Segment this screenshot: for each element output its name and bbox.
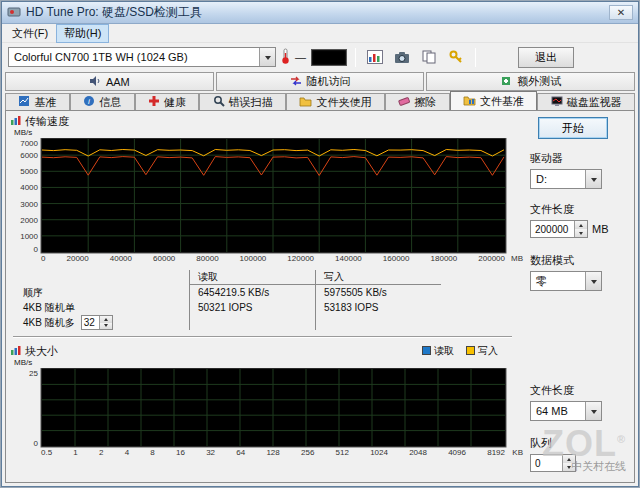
- read-column-header: 读取: [189, 270, 315, 285]
- stepper-arrows-icon[interactable]: [99, 316, 112, 329]
- random-multi-read-value: [189, 315, 315, 330]
- tab-label: 基准: [34, 95, 56, 110]
- tab-health[interactable]: 健康: [135, 93, 200, 110]
- start-button[interactable]: 开始: [538, 117, 608, 139]
- queue-value: 0: [531, 458, 562, 469]
- thermometer-icon: [281, 48, 290, 66]
- svg-text:6000: 6000: [20, 151, 38, 160]
- chart-legend: 读取 写入: [422, 344, 498, 358]
- sequential-read-value: 6454219.5 KB/s: [189, 285, 315, 300]
- chevron-down-icon[interactable]: [585, 402, 601, 420]
- exit-button[interactable]: 退出: [518, 47, 574, 68]
- data-pattern-select[interactable]: 零: [530, 271, 602, 291]
- file-benchmark-icon: [463, 95, 476, 108]
- copy-icon[interactable]: [418, 46, 440, 68]
- app-icon: [7, 5, 21, 21]
- random-single-write-value: 53183 IOPS: [315, 300, 441, 315]
- random-single-read-value: 50321 IOPS: [189, 300, 315, 315]
- toolbar-separator: [355, 48, 356, 67]
- tab-error-scan[interactable]: 错误扫描: [199, 93, 286, 110]
- menu-help[interactable]: 帮助(H): [56, 24, 109, 43]
- svg-text:2000: 2000: [20, 216, 38, 225]
- block-file-length-select[interactable]: 64 MB: [530, 401, 602, 421]
- eraser-icon: [398, 95, 410, 109]
- close-button[interactable]: ✕: [609, 5, 633, 20]
- x-tick-label: 256: [301, 448, 314, 459]
- queue-input[interactable]: 0: [530, 454, 576, 472]
- disk-monitor-icon: [551, 96, 563, 109]
- screenshot-camera-icon[interactable]: [391, 46, 413, 68]
- x-tick-label: 200000: [478, 254, 505, 265]
- sequential-write-value: 5975505 KB/s: [315, 285, 441, 300]
- x-tick-label: 100000: [240, 254, 267, 265]
- queue-depth-stepper[interactable]: 32: [81, 315, 113, 330]
- write-column-header: 写入: [315, 270, 441, 285]
- data-pattern-value: 零: [531, 274, 585, 289]
- temperature-display: [311, 49, 347, 66]
- drive-select[interactable]: Colorful CN700 1TB WH (1024 GB): [8, 47, 276, 67]
- tab-label: 磁盘监视器: [567, 95, 622, 110]
- x-tick-label: 4: [125, 448, 129, 459]
- titlebar[interactable]: HD Tune Pro: 硬盘/SSD检测工具 ✕: [2, 2, 638, 24]
- benchmark-graph-icon[interactable]: [364, 46, 386, 68]
- x-tick-label: 2048: [409, 448, 427, 459]
- window-title: HD Tune Pro: 硬盘/SSD检测工具: [26, 4, 604, 21]
- tab-benchmark[interactable]: 基准: [5, 93, 70, 110]
- block-size-section-header: 块大小 读取 写入: [11, 344, 514, 358]
- tab-file-benchmark[interactable]: 文件基准: [450, 91, 538, 110]
- tab-folder-usage[interactable]: 文件夹使用: [286, 93, 385, 110]
- toolbar: Colorful CN700 1TB WH (1024 GB) — 退出: [2, 43, 638, 71]
- file-length-value: 200000: [531, 224, 574, 235]
- target-drive-select[interactable]: D:: [530, 169, 602, 189]
- chevron-down-icon[interactable]: [585, 170, 601, 188]
- tab-erase[interactable]: 擦除: [385, 93, 450, 110]
- block-file-length-label: 文件长度: [530, 383, 628, 398]
- drive-select-value: Colorful CN700 1TB WH (1024 GB): [9, 51, 259, 63]
- tab-extra-tests[interactable]: 额外测试: [426, 72, 635, 91]
- row-label-4k-random-single: 4KB 随机单: [23, 300, 189, 315]
- transfer-speed-section-header: 传输速度: [11, 114, 514, 128]
- toolbar-separator: [475, 48, 476, 67]
- x-tick-label: 80000: [196, 254, 218, 265]
- file-length-field: 文件长度 200000 MB: [530, 202, 628, 238]
- file-length-input[interactable]: 200000: [530, 220, 588, 238]
- benchmark-icon: [18, 95, 30, 109]
- options-key-icon[interactable]: [445, 46, 467, 68]
- row-label-text: 4KB 随机多: [23, 316, 75, 330]
- block-chart-y-unit: MB/s: [14, 358, 514, 368]
- transfer-speed-icon: [11, 115, 21, 127]
- svg-text:5000: 5000: [20, 167, 38, 176]
- stepper-arrows-icon[interactable]: [574, 221, 587, 237]
- svg-text:0: 0: [34, 245, 39, 254]
- x-tick-label: 120000: [287, 254, 314, 265]
- chevron-down-icon[interactable]: [259, 48, 275, 66]
- tab-label: AAM: [106, 76, 130, 88]
- x-tick-label: 0: [41, 254, 45, 265]
- tab-info[interactable]: i 信息: [70, 93, 135, 110]
- tab-disk-monitor[interactable]: 磁盘监视器: [537, 93, 635, 110]
- menu-file[interactable]: 文件(F): [4, 24, 56, 43]
- file-length-label: 文件长度: [530, 202, 628, 217]
- chevron-down-icon[interactable]: [585, 272, 601, 290]
- stepper-arrows-icon[interactable]: [562, 455, 575, 471]
- tab-random-access[interactable]: 随机访问: [216, 72, 425, 91]
- x-tick-label: 160000: [383, 254, 410, 265]
- results-table: 读取 写入 顺序 6454219.5 KB/s 5975505 KB/s 4KB…: [23, 270, 441, 330]
- settings-sidebar: 开始 驱动器 D: 文件长度 200000 MB: [514, 111, 634, 482]
- magnifier-icon: [213, 95, 225, 109]
- data-pattern-label: 数据模式: [530, 253, 628, 268]
- tab-aam[interactable]: AAM: [5, 72, 214, 91]
- legend-read-label: 读取: [434, 345, 454, 356]
- target-drive-value: D:: [531, 173, 585, 185]
- transfer-speed-title: 传输速度: [25, 114, 69, 129]
- transfer-chart-x-labels: 0200004000060000800001000001200001400001…: [41, 254, 505, 265]
- primary-tab-row: 基准 i 信息 健康 错误扫描 文件夹使用 擦除 文件基准 磁盘监视器: [2, 91, 638, 110]
- block-chart-x-labels: 0.512481632641282565121024204840968192KB: [41, 448, 505, 459]
- x-tick-label: 8192: [487, 448, 505, 459]
- x-tick-label: 512: [336, 448, 349, 459]
- extra-tests-icon: [500, 75, 512, 89]
- svg-text:i: i: [88, 97, 90, 106]
- row-label-sequential: 顺序: [23, 285, 189, 300]
- health-cross-icon: [148, 95, 160, 109]
- svg-text:1000: 1000: [20, 232, 38, 241]
